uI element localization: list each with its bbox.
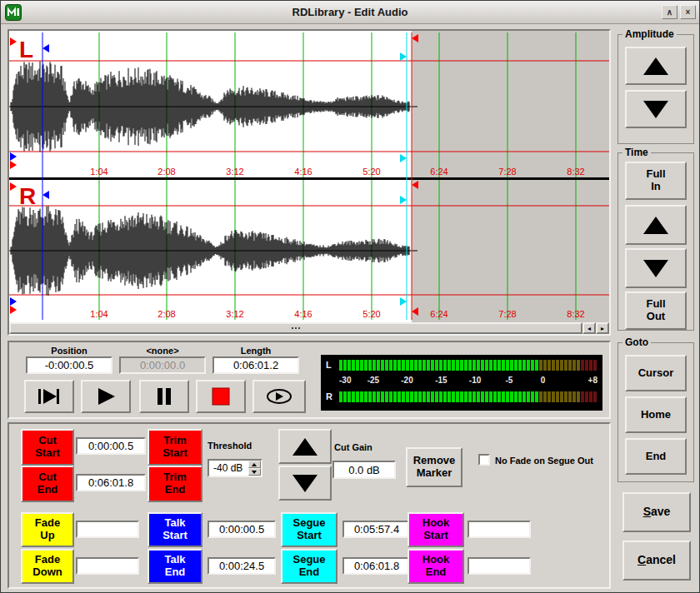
svg-text:6:24: 6:24 [430,309,448,319]
close-button[interactable]: × [680,5,696,19]
meter-right-label: R [326,391,332,401]
scroll-right-button[interactable]: ▸ [596,322,609,334]
meter-left-bar [339,360,599,371]
scrollbar-thumb[interactable] [9,322,582,334]
no-fade-label: No Fade on Segue Out [495,456,612,466]
up-arrow-icon [292,438,318,456]
full-in-button[interactable]: Full In [625,162,687,200]
stop-button[interactable] [196,380,246,413]
amplitude-group: Amplitude [618,34,694,144]
up-arrow-icon [643,57,668,75]
talk-end-button[interactable]: Talk End [148,549,202,584]
play-from-start-button[interactable] [24,380,74,413]
fade-up-field[interactable] [76,521,139,538]
scroll-right-icon: ▸ [601,325,604,332]
edit-audio-window: RDLibrary - Edit Audio ∧ × 1:041:042:082… [0,0,700,593]
fade-down-field[interactable] [76,557,139,575]
stop-icon [212,387,230,406]
cut-start-field[interactable]: 0:00:00.5 [76,437,146,455]
svg-text:4:16: 4:16 [294,167,312,177]
position-field[interactable]: -0:00:00.5 [26,356,112,374]
pause-button[interactable] [139,380,189,413]
cut-start-button[interactable]: Cut Start [21,429,74,466]
fade-down-button[interactable]: Fade Down [21,549,74,584]
fade-up-button[interactable]: Fade Up [21,512,74,547]
svg-text:1:04: 1:04 [90,167,108,177]
shade-icon: ∧ [667,7,672,17]
marker-down-button[interactable] [278,466,332,501]
goto-home-button[interactable]: Home [625,396,687,433]
svg-text:4:16: 4:16 [294,309,312,319]
hook-start-button[interactable]: Hook Start [408,512,464,547]
goto-end-button[interactable]: End [625,438,687,475]
svg-text:8:32: 8:32 [567,167,584,177]
no-fade-checkbox[interactable] [478,454,490,466]
svg-text:2:08: 2:08 [158,167,175,177]
svg-text:8:32: 8:32 [567,309,584,319]
trim-end-button[interactable]: Trim End [148,466,202,502]
trim-start-button[interactable]: Trim Start [148,429,202,466]
transport-panel: Position -0:00:00.5 <none> 0:00:00.0 Len… [8,341,611,419]
full-out-button[interactable]: Full Out [625,292,687,330]
marker-position-field: 0:00:00.0 [119,356,206,374]
down-arrow-icon [643,260,668,277]
loop-button[interactable] [252,380,306,413]
svg-text:2:08: 2:08 [158,309,175,319]
time-group-label: Time [622,147,651,158]
amplitude-down-button[interactable] [625,90,687,128]
segue-end-field[interactable]: 0:06:01.8 [342,557,411,575]
down-arrow-icon [292,475,318,492]
marker-up-button[interactable] [278,429,332,464]
segue-start-button[interactable]: Segue Start [281,512,338,547]
threshold-spinbox[interactable]: -40 dB [208,459,262,477]
window-title: RDLibrary - Edit Audio [1,6,699,18]
time-zoom-in-button[interactable] [625,205,687,245]
scroll-left-button[interactable]: ◂ [582,322,596,334]
segue-end-button[interactable]: Segue End [281,549,338,584]
save-button[interactable]: Save [622,492,691,532]
marker-name-label: <none> [119,346,206,356]
shade-button[interactable]: ∧ [662,5,678,19]
titlebar[interactable]: RDLibrary - Edit Audio ∧ × [1,1,699,24]
segue-start-field[interactable]: 0:05:57.4 [342,521,411,538]
svg-text:7:28: 7:28 [498,309,516,319]
svg-text:L: L [19,37,33,62]
amplitude-up-button[interactable] [625,47,687,85]
hook-start-field[interactable] [468,521,531,538]
threshold-up-button[interactable] [248,461,261,468]
time-group: Time Full In Full Out [618,152,694,331]
cancel-button[interactable]: Cancel [622,541,691,581]
play-button[interactable] [81,380,131,413]
marker-panel: Cut Start 0:00:00.5 Trim Start Threshold… [8,422,611,589]
threshold-value: -40 dB [213,462,242,474]
threshold-label: Threshold [208,441,266,451]
meter-scale: -30-25-20-15-10-50+8 [339,376,598,387]
hook-end-field[interactable] [468,557,531,575]
hook-end-button[interactable]: Hook End [408,549,464,584]
threshold-down-button[interactable] [248,468,261,476]
goto-cursor-button[interactable]: Cursor [625,355,687,391]
svg-text:3:12: 3:12 [226,309,243,319]
cut-end-button[interactable]: Cut End [21,466,74,502]
cut-gain-label: Cut Gain [334,442,388,452]
waveform-scrollbar[interactable]: ◂ ▸ [9,322,609,334]
audio-level-meter: L -30-25-20-15-10-50+8 R [321,355,602,411]
talk-end-field[interactable]: 0:00:24.5 [208,557,276,575]
amplitude-group-label: Amplitude [622,28,677,40]
length-field[interactable]: 0:06:01.2 [212,356,299,374]
close-icon: × [686,7,691,17]
talk-start-field[interactable]: 0:00:00.5 [208,521,276,538]
remove-marker-button[interactable]: Remove Marker [406,447,462,487]
waveform-display[interactable]: 1:041:042:082:083:123:124:164:165:205:20… [9,31,609,322]
svg-text:7:28: 7:28 [498,167,516,177]
time-zoom-out-button[interactable] [625,248,687,288]
scrollbar-grip-icon [295,327,297,329]
goto-group: Goto Cursor Home End [618,342,694,482]
meter-right-bar [339,391,599,402]
scroll-left-icon: ◂ [588,325,591,332]
pause-icon [154,386,174,406]
cut-end-field[interactable]: 0:06:01.8 [76,474,146,491]
cut-gain-field[interactable]: 0.0 dB [332,461,396,479]
svg-text:3:12: 3:12 [226,167,243,177]
talk-start-button[interactable]: Talk Start [148,512,202,547]
